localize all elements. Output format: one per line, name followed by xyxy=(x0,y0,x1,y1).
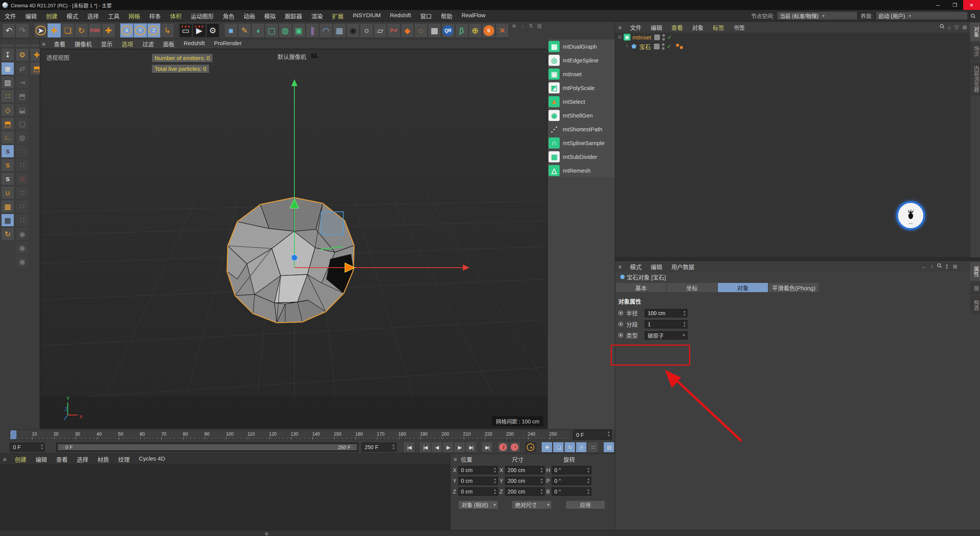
object-row-mtinset[interactable]: ⊟ ▣ mtInset ✓ xyxy=(615,33,970,42)
key-rotation-toggle[interactable]: ↻ xyxy=(564,442,575,453)
material-menu-item[interactable]: Cycles 4D xyxy=(134,455,170,463)
record-key-button[interactable]: ⚷ xyxy=(498,442,509,453)
key-scale-toggle[interactable]: ❏ xyxy=(553,442,564,453)
menu-item[interactable]: 动画 xyxy=(239,12,260,20)
menu-item[interactable]: 运动图形 xyxy=(186,12,218,20)
record-active-button[interactable]: ● xyxy=(525,442,536,453)
grid-down-icon[interactable]: ∷ xyxy=(16,214,29,227)
apply-button[interactable]: 应用 xyxy=(565,500,605,509)
size-z-field[interactable]: 200 cm▲▼ xyxy=(505,487,545,496)
auto-snap-icon[interactable]: S xyxy=(1,172,14,185)
viewport-menu-item[interactable]: 查看 xyxy=(49,40,70,48)
side-tab[interactable]: 对象 xyxy=(970,23,980,41)
goto-end-button[interactable]: ▶| xyxy=(482,442,493,453)
xparticles-icon[interactable]: S xyxy=(482,23,495,38)
menu-item[interactable]: 编辑 xyxy=(21,12,41,20)
menu-item[interactable]: 扩展 xyxy=(327,12,348,20)
attribute-tab[interactable]: 平滑着色(Phong) xyxy=(769,283,819,292)
viewport-menu-icon[interactable]: ≡ xyxy=(42,41,46,47)
phong-tag-icon[interactable] xyxy=(676,44,683,49)
point-mode-icon[interactable]: ∷ xyxy=(1,90,14,103)
toolbar-icon[interactable] xyxy=(116,23,120,38)
am-search-icon[interactable] xyxy=(937,263,941,267)
menu-item[interactable]: 选择 xyxy=(83,12,103,20)
frame-range-slider[interactable]: ∷ 0 F 250 F ∷ xyxy=(56,443,358,452)
start-frame-field[interactable]: 0 F▲▼ xyxy=(10,443,45,452)
layer-toggle[interactable] xyxy=(654,34,660,40)
tool-settings-icon[interactable]: ⚙ xyxy=(16,48,29,61)
am-menu-item[interactable]: 模式 xyxy=(626,263,646,271)
om-addview-icon[interactable]: ⊞ xyxy=(962,24,967,30)
dock-down-icon[interactable]: ↓ xyxy=(519,23,526,29)
floor-icon[interactable]: ▦ xyxy=(333,23,346,38)
om-search-icon[interactable] xyxy=(940,24,944,28)
attribute-tab[interactable]: 基本 xyxy=(616,283,666,292)
view-label[interactable]: 透视视图 xyxy=(46,53,69,61)
move-icon[interactable]: ✚ xyxy=(47,23,60,38)
prev-frame-button[interactable]: ◀ xyxy=(431,442,442,453)
make-editable-icon[interactable]: ↧ xyxy=(1,48,14,61)
workplane-icon[interactable]: ▦ xyxy=(1,200,14,213)
material-menu-item[interactable]: 查看 xyxy=(52,455,72,463)
particle-ring-icon[interactable]: ◌ xyxy=(414,23,427,38)
visibility-dots[interactable] xyxy=(662,34,665,41)
qr-node-icon[interactable]: QR xyxy=(441,23,454,38)
mt-polyscale[interactable]: ◩ mtPolyScale xyxy=(548,81,615,95)
material-menu-item[interactable]: 编辑 xyxy=(31,455,52,463)
om-menu-item[interactable]: 查看 xyxy=(667,23,688,31)
attribute-tab[interactable]: 对象 xyxy=(718,283,768,292)
menu-item[interactable]: RealFlow xyxy=(457,12,490,20)
keyframe-radio[interactable] xyxy=(618,333,623,338)
render-view-icon[interactable]: ▭ xyxy=(179,23,192,38)
lock-x-axis-icon[interactable]: X xyxy=(120,23,133,38)
coord-system-icon[interactable]: ↳ xyxy=(161,23,174,38)
object-name[interactable]: mtInset xyxy=(632,34,651,41)
om-menu-item[interactable]: 对象 xyxy=(688,23,708,31)
matrix-icon[interactable]: ▦ xyxy=(428,23,441,38)
dock-swap-icon[interactable]: ⇅ xyxy=(528,23,534,29)
camera-icon[interactable] xyxy=(310,53,318,59)
om-home-icon[interactable]: ⌂ xyxy=(947,24,951,30)
side-tab[interactable]: 场次 xyxy=(970,42,980,60)
menu-item[interactable]: 模式 xyxy=(62,12,83,20)
search-icon[interactable] xyxy=(971,14,975,18)
menu-item[interactable]: 帮助 xyxy=(436,12,457,20)
size-y-field[interactable]: 200 cm▲▼ xyxy=(505,477,545,485)
character-icon[interactable]: β xyxy=(455,23,468,38)
undo-icon[interactable]: ↶ xyxy=(2,23,15,38)
menu-item[interactable]: 创建 xyxy=(41,12,62,20)
collapse-icon[interactable]: ⊟ xyxy=(617,34,623,40)
layer-toggle[interactable] xyxy=(654,44,660,49)
dock-menu-icon[interactable]: ▤ xyxy=(536,23,543,29)
model-mode-icon[interactable]: ◼ xyxy=(1,62,14,75)
grid-gear-icon[interactable]: ∷ xyxy=(16,186,29,199)
psr-sync-icon[interactable]: PSR xyxy=(88,23,101,38)
enabled-check-icon[interactable]: ✓ xyxy=(667,43,671,49)
rot-p-field[interactable]: 0 °▲▼ xyxy=(552,477,591,485)
om-menu-item[interactable]: 编辑 xyxy=(646,23,667,31)
dock-anchor-icon[interactable]: ⊕ xyxy=(511,23,518,29)
pos-z-field[interactable]: 0 cm▲▼ xyxy=(458,487,498,496)
mt-subdivider[interactable]: ▦ mtSubDivider xyxy=(548,150,615,163)
segments-field[interactable]: 1 ▲▼ xyxy=(645,320,688,328)
viewport-menu-item[interactable]: 面板 xyxy=(158,40,179,48)
maximize-button[interactable]: ❐ xyxy=(946,0,963,10)
snap-toggle-icon[interactable]: S xyxy=(1,145,14,158)
am-menu-item[interactable]: 编辑 xyxy=(646,263,667,271)
key-parameter-toggle[interactable]: Ⓟ xyxy=(576,442,587,453)
interface-select[interactable]: 启动 (用户) xyxy=(876,11,968,20)
nodespace-select[interactable]: 当前 (标准/物理) xyxy=(777,11,858,20)
mt-edgespline[interactable]: ◎ mtEdgeSpline xyxy=(548,54,615,67)
pos-y-field[interactable]: 0 cm▲▼ xyxy=(458,477,498,485)
type-dropdown[interactable]: 碳原子 xyxy=(645,331,688,340)
menu-item[interactable]: 工具 xyxy=(103,12,124,20)
light-icon[interactable]: ○ xyxy=(360,23,373,38)
end-frame-field[interactable]: 250 F▲▼ xyxy=(361,443,397,452)
mt-select[interactable]: ▲ mtSelect xyxy=(548,95,615,108)
autokey-button[interactable]: ◔ xyxy=(509,442,520,453)
am-newwin-icon[interactable]: ⊞ xyxy=(953,263,957,270)
om-menu-item[interactable]: 文件 xyxy=(626,23,646,31)
material-menu-item[interactable]: 创建 xyxy=(10,455,31,463)
mt-inset[interactable]: ▣ mtInset xyxy=(548,67,615,81)
object-name[interactable]: 宝石 xyxy=(639,42,651,51)
